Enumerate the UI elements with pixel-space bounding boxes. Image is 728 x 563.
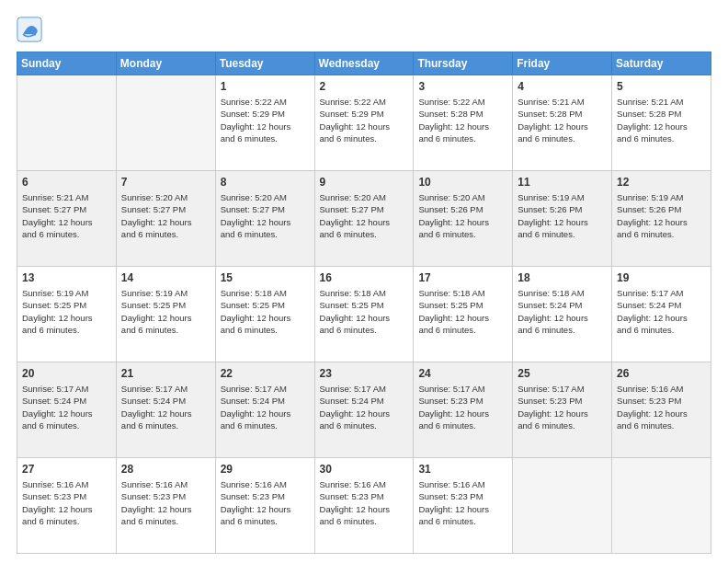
calendar-day-cell: 7Sunrise: 5:20 AM Sunset: 5:27 PM Daylig… <box>116 171 215 267</box>
day-number: 1 <box>221 79 310 94</box>
calendar-day-cell: 13Sunrise: 5:19 AM Sunset: 5:25 PM Dayli… <box>17 267 117 362</box>
day-info: Sunrise: 5:19 AM Sunset: 5:26 PM Dayligh… <box>617 191 706 240</box>
day-number: 13 <box>22 270 111 285</box>
day-info: Sunrise: 5:20 AM Sunset: 5:27 PM Dayligh… <box>221 191 310 240</box>
calendar-day-cell: 29Sunrise: 5:16 AM Sunset: 5:23 PM Dayli… <box>215 458 314 554</box>
calendar-day-cell: 10Sunrise: 5:20 AM Sunset: 5:26 PM Dayli… <box>414 171 513 267</box>
calendar-week-row: 20Sunrise: 5:17 AM Sunset: 5:24 PM Dayli… <box>17 362 711 458</box>
day-info: Sunrise: 5:20 AM Sunset: 5:26 PM Dayligh… <box>418 191 507 240</box>
day-info: Sunrise: 5:22 AM Sunset: 5:29 PM Dayligh… <box>221 96 310 144</box>
day-info: Sunrise: 5:17 AM Sunset: 5:24 PM Dayligh… <box>221 383 310 431</box>
day-number: 22 <box>221 366 310 381</box>
day-info: Sunrise: 5:18 AM Sunset: 5:25 PM Dayligh… <box>320 287 409 336</box>
calendar-day-cell: 18Sunrise: 5:18 AM Sunset: 5:24 PM Dayli… <box>513 267 612 362</box>
day-info: Sunrise: 5:20 AM Sunset: 5:27 PM Dayligh… <box>320 191 409 240</box>
day-number: 10 <box>418 175 507 190</box>
calendar-week-row: 1Sunrise: 5:22 AM Sunset: 5:29 PM Daylig… <box>17 75 711 171</box>
day-info: Sunrise: 5:21 AM Sunset: 5:28 PM Dayligh… <box>617 96 706 144</box>
calendar-header-saturday: Saturday <box>612 52 711 75</box>
calendar-header-friday: Friday <box>513 52 612 75</box>
day-number: 30 <box>320 462 409 477</box>
calendar-day-cell: 25Sunrise: 5:17 AM Sunset: 5:23 PM Dayli… <box>513 362 612 458</box>
logo-icon <box>17 17 42 42</box>
day-number: 28 <box>121 462 210 477</box>
day-info: Sunrise: 5:17 AM Sunset: 5:24 PM Dayligh… <box>121 383 210 431</box>
day-info: Sunrise: 5:16 AM Sunset: 5:23 PM Dayligh… <box>22 478 111 527</box>
calendar-day-cell: 12Sunrise: 5:19 AM Sunset: 5:26 PM Dayli… <box>612 171 711 267</box>
day-info: Sunrise: 5:17 AM Sunset: 5:24 PM Dayligh… <box>617 287 706 336</box>
day-number: 7 <box>121 175 210 190</box>
day-info: Sunrise: 5:19 AM Sunset: 5:25 PM Dayligh… <box>22 287 111 336</box>
day-number: 8 <box>221 175 310 190</box>
day-info: Sunrise: 5:17 AM Sunset: 5:24 PM Dayligh… <box>320 383 409 431</box>
calendar-day-cell: 5Sunrise: 5:21 AM Sunset: 5:28 PM Daylig… <box>612 75 711 171</box>
calendar-day-cell: 24Sunrise: 5:17 AM Sunset: 5:23 PM Dayli… <box>414 362 513 458</box>
calendar-day-cell: 4Sunrise: 5:21 AM Sunset: 5:28 PM Daylig… <box>513 75 612 171</box>
day-number: 29 <box>221 462 310 477</box>
calendar-table: SundayMondayTuesdayWednesdayThursdayFrid… <box>17 52 711 554</box>
calendar-day-cell: 26Sunrise: 5:16 AM Sunset: 5:23 PM Dayli… <box>612 362 711 458</box>
calendar-day-cell: 20Sunrise: 5:17 AM Sunset: 5:24 PM Dayli… <box>17 362 117 458</box>
day-info: Sunrise: 5:22 AM Sunset: 5:28 PM Dayligh… <box>418 96 507 144</box>
calendar-day-cell: 21Sunrise: 5:17 AM Sunset: 5:24 PM Dayli… <box>116 362 215 458</box>
header <box>17 17 711 42</box>
calendar-day-cell: 27Sunrise: 5:16 AM Sunset: 5:23 PM Dayli… <box>17 458 117 554</box>
calendar-day-cell: 14Sunrise: 5:19 AM Sunset: 5:25 PM Dayli… <box>116 267 215 362</box>
day-number: 31 <box>418 462 507 477</box>
day-number: 11 <box>518 175 607 190</box>
day-number: 9 <box>320 175 409 190</box>
day-info: Sunrise: 5:16 AM Sunset: 5:23 PM Dayligh… <box>221 478 310 527</box>
calendar-day-cell: 30Sunrise: 5:16 AM Sunset: 5:23 PM Dayli… <box>314 458 414 554</box>
calendar-day-cell: 6Sunrise: 5:21 AM Sunset: 5:27 PM Daylig… <box>17 171 117 267</box>
calendar-header-thursday: Thursday <box>414 52 513 75</box>
day-number: 20 <box>22 366 111 381</box>
day-number: 25 <box>518 366 607 381</box>
calendar-day-cell: 8Sunrise: 5:20 AM Sunset: 5:27 PM Daylig… <box>215 171 314 267</box>
day-number: 12 <box>617 175 706 190</box>
calendar-day-cell <box>17 75 117 171</box>
calendar-day-cell: 1Sunrise: 5:22 AM Sunset: 5:29 PM Daylig… <box>215 75 314 171</box>
day-number: 24 <box>418 366 507 381</box>
calendar-day-cell: 23Sunrise: 5:17 AM Sunset: 5:24 PM Dayli… <box>314 362 414 458</box>
calendar-header-sunday: Sunday <box>17 52 117 75</box>
calendar-day-cell: 19Sunrise: 5:17 AM Sunset: 5:24 PM Dayli… <box>612 267 711 362</box>
calendar-day-cell: 28Sunrise: 5:16 AM Sunset: 5:23 PM Dayli… <box>116 458 215 554</box>
calendar-day-cell: 9Sunrise: 5:20 AM Sunset: 5:27 PM Daylig… <box>314 171 414 267</box>
day-number: 6 <box>22 175 111 190</box>
day-number: 23 <box>320 366 409 381</box>
day-number: 17 <box>418 270 507 285</box>
calendar-day-cell: 11Sunrise: 5:19 AM Sunset: 5:26 PM Dayli… <box>513 171 612 267</box>
day-info: Sunrise: 5:16 AM Sunset: 5:23 PM Dayligh… <box>320 478 409 527</box>
day-number: 16 <box>320 270 409 285</box>
day-info: Sunrise: 5:21 AM Sunset: 5:28 PM Dayligh… <box>518 96 607 144</box>
day-info: Sunrise: 5:16 AM Sunset: 5:23 PM Dayligh… <box>617 383 706 431</box>
day-number: 5 <box>617 79 706 94</box>
day-info: Sunrise: 5:19 AM Sunset: 5:26 PM Dayligh… <box>518 191 607 240</box>
calendar-header-wednesday: Wednesday <box>314 52 414 75</box>
calendar-day-cell: 3Sunrise: 5:22 AM Sunset: 5:28 PM Daylig… <box>414 75 513 171</box>
calendar-day-cell: 22Sunrise: 5:17 AM Sunset: 5:24 PM Dayli… <box>215 362 314 458</box>
day-info: Sunrise: 5:19 AM Sunset: 5:25 PM Dayligh… <box>121 287 210 336</box>
day-number: 27 <box>22 462 111 477</box>
day-info: Sunrise: 5:22 AM Sunset: 5:29 PM Dayligh… <box>320 96 409 144</box>
calendar-week-row: 27Sunrise: 5:16 AM Sunset: 5:23 PM Dayli… <box>17 458 711 554</box>
day-info: Sunrise: 5:16 AM Sunset: 5:23 PM Dayligh… <box>418 478 507 527</box>
day-number: 26 <box>617 366 706 381</box>
calendar-week-row: 13Sunrise: 5:19 AM Sunset: 5:25 PM Dayli… <box>17 267 711 362</box>
calendar-day-cell <box>513 458 612 554</box>
day-info: Sunrise: 5:21 AM Sunset: 5:27 PM Dayligh… <box>22 191 111 240</box>
calendar-day-cell <box>116 75 215 171</box>
calendar-day-cell: 17Sunrise: 5:18 AM Sunset: 5:25 PM Dayli… <box>414 267 513 362</box>
calendar-day-cell: 16Sunrise: 5:18 AM Sunset: 5:25 PM Dayli… <box>314 267 414 362</box>
day-info: Sunrise: 5:17 AM Sunset: 5:23 PM Dayligh… <box>418 383 507 431</box>
day-number: 18 <box>518 270 607 285</box>
calendar-day-cell: 15Sunrise: 5:18 AM Sunset: 5:25 PM Dayli… <box>215 267 314 362</box>
day-info: Sunrise: 5:16 AM Sunset: 5:23 PM Dayligh… <box>121 478 210 527</box>
day-number: 2 <box>320 79 409 94</box>
day-number: 4 <box>518 79 607 94</box>
day-info: Sunrise: 5:17 AM Sunset: 5:24 PM Dayligh… <box>22 383 111 431</box>
day-info: Sunrise: 5:17 AM Sunset: 5:23 PM Dayligh… <box>518 383 607 431</box>
day-number: 19 <box>617 270 706 285</box>
calendar-day-cell: 31Sunrise: 5:16 AM Sunset: 5:23 PM Dayli… <box>414 458 513 554</box>
day-info: Sunrise: 5:18 AM Sunset: 5:25 PM Dayligh… <box>221 287 310 336</box>
